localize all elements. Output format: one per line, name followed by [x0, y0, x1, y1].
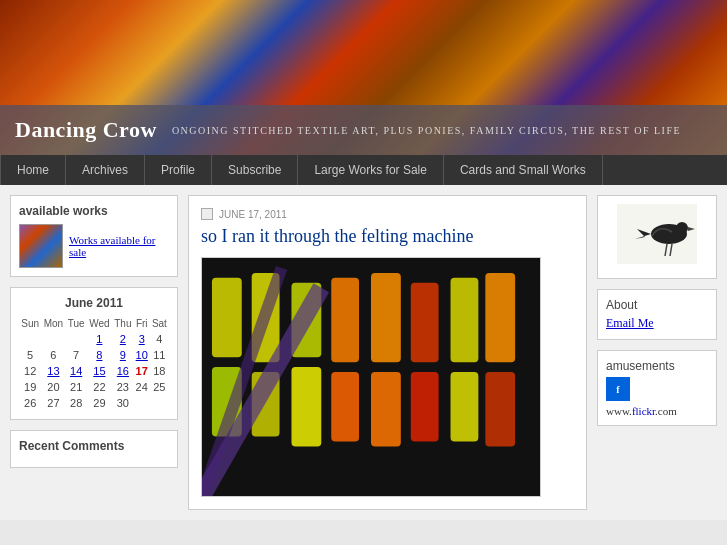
- calendar-title: June 2011: [19, 296, 169, 310]
- svg-rect-11: [411, 283, 439, 362]
- post-date-text: JUNE 17, 2011: [219, 209, 287, 220]
- recent-comments-widget: Recent Comments: [10, 430, 178, 468]
- cal-day[interactable]: 2: [112, 331, 134, 347]
- svg-rect-7: [331, 278, 359, 362]
- cal-day: [150, 395, 169, 411]
- cal-day: [66, 331, 87, 347]
- cal-day: 26: [19, 395, 41, 411]
- svg-rect-18: [485, 372, 515, 446]
- cal-day: [41, 331, 65, 347]
- svg-rect-17: [485, 273, 515, 362]
- right-sidebar: About Email Me amusements f www.flickr.c…: [597, 195, 717, 510]
- cal-day: 19: [19, 379, 41, 395]
- post-image-svg: [202, 258, 540, 496]
- amusements-widget: amusements f www.flickr.com: [597, 350, 717, 426]
- cal-header-fri: Fri: [134, 316, 150, 331]
- svg-rect-6: [291, 367, 321, 446]
- cal-header-mon: Mon: [41, 316, 65, 331]
- cal-day: 6: [41, 347, 65, 363]
- nav-home[interactable]: Home: [0, 155, 66, 185]
- works-link[interactable]: Works available for sale: [69, 234, 169, 258]
- cal-day[interactable]: 3: [134, 331, 150, 347]
- flickr-link[interactable]: www.flickr.com: [606, 405, 708, 417]
- calendar-table: Sun Mon Tue Wed Thu Fri Sat 1: [19, 316, 169, 411]
- svg-rect-15: [451, 278, 479, 362]
- cal-day[interactable]: 15: [87, 363, 112, 379]
- post-title[interactable]: so I ran it through the felting machine: [201, 226, 574, 247]
- post-image: [201, 257, 541, 497]
- cal-day: 23: [112, 379, 134, 395]
- cal-day[interactable]: 14: [66, 363, 87, 379]
- cal-day[interactable]: 16: [112, 363, 134, 379]
- cal-day: 30: [112, 395, 134, 411]
- svg-rect-12: [411, 372, 439, 441]
- about-label: About: [606, 298, 708, 312]
- nav-archives[interactable]: Archives: [66, 155, 145, 185]
- svg-rect-10: [371, 372, 401, 446]
- crow-image: [617, 204, 697, 264]
- available-works-title: available works: [19, 204, 169, 218]
- cal-day: 29: [87, 395, 112, 411]
- cal-day: 24: [134, 379, 150, 395]
- cal-day[interactable]: 1: [87, 331, 112, 347]
- recent-comments-title: Recent Comments: [19, 439, 169, 453]
- cal-day: 7: [66, 347, 87, 363]
- cal-day[interactable]: 8: [87, 347, 112, 363]
- works-thumbnail[interactable]: [19, 224, 63, 268]
- post-date: JUNE 17, 2011: [201, 208, 574, 220]
- left-sidebar: available works Works available for sale…: [10, 195, 178, 510]
- crow-widget: [597, 195, 717, 279]
- main-nav: Home Archives Profile Subscribe Large Wo…: [0, 155, 727, 185]
- cal-day[interactable]: 10: [134, 347, 150, 363]
- cal-day: 18: [150, 363, 169, 379]
- cal-day: 4: [150, 331, 169, 347]
- available-works-widget: available works Works available for sale: [10, 195, 178, 277]
- flickr-badge[interactable]: f: [606, 377, 630, 401]
- cal-header-wed: Wed: [87, 316, 112, 331]
- amusements-label: amusements: [606, 359, 708, 373]
- cal-week-2: 5 6 7 8 9 10 11: [19, 347, 169, 363]
- cal-day[interactable]: 9: [112, 347, 134, 363]
- cal-day: 5: [19, 347, 41, 363]
- svg-rect-9: [371, 273, 401, 362]
- cal-day: 25: [150, 379, 169, 395]
- svg-rect-1: [212, 278, 242, 357]
- cal-header-tue: Tue: [66, 316, 87, 331]
- svg-rect-16: [451, 372, 479, 441]
- cal-day[interactable]: 13: [41, 363, 65, 379]
- nav-profile[interactable]: Profile: [145, 155, 212, 185]
- main-content: JUNE 17, 2011 so I ran it through the fe…: [188, 195, 587, 510]
- cal-day: 12: [19, 363, 41, 379]
- cal-day: 21: [66, 379, 87, 395]
- main-layout: available works Works available for sale…: [0, 185, 727, 520]
- cal-day[interactable]: 17: [134, 363, 150, 379]
- nav-large-works[interactable]: Large Works for Sale: [298, 155, 444, 185]
- site-title: Dancing Crow: [15, 117, 157, 143]
- crow-svg: [617, 204, 697, 264]
- cal-header-sun: Sun: [19, 316, 41, 331]
- cal-day: [19, 331, 41, 347]
- header-overlay: Dancing Crow Ongoing Stitched Textile Ar…: [0, 105, 727, 155]
- nav-cards-small[interactable]: Cards and Small Works: [444, 155, 603, 185]
- nav-subscribe[interactable]: Subscribe: [212, 155, 298, 185]
- cal-week-3: 12 13 14 15 16 17 18: [19, 363, 169, 379]
- post-icon: [201, 208, 213, 220]
- cal-day: 20: [41, 379, 65, 395]
- cal-day: 28: [66, 395, 87, 411]
- email-me-link[interactable]: Email Me: [606, 316, 708, 331]
- cal-header-thu: Thu: [112, 316, 134, 331]
- calendar-widget: June 2011 Sun Mon Tue Wed Thu Fri Sat: [10, 287, 178, 420]
- cal-day: [134, 395, 150, 411]
- svg-rect-8: [331, 372, 359, 441]
- svg-point-21: [676, 222, 688, 234]
- cal-week-5: 26 27 28 29 30: [19, 395, 169, 411]
- cal-week-1: 1 2 3 4: [19, 331, 169, 347]
- about-widget: About Email Me: [597, 289, 717, 340]
- site-header: Dancing Crow Ongoing Stitched Textile Ar…: [0, 0, 727, 155]
- site-tagline: Ongoing Stitched Textile Art, Plus Ponie…: [172, 125, 681, 136]
- cal-week-4: 19 20 21 22 23 24 25: [19, 379, 169, 395]
- cal-header-sat: Sat: [150, 316, 169, 331]
- cal-day: 22: [87, 379, 112, 395]
- cal-day: 27: [41, 395, 65, 411]
- cal-day: 11: [150, 347, 169, 363]
